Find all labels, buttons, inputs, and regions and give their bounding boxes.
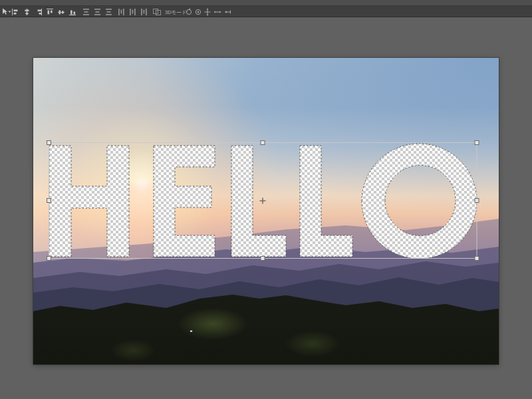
3d-slide-icon[interactable] bbox=[214, 11, 221, 13]
transform-handle-middle-left[interactable] bbox=[47, 199, 51, 203]
photoshop-window: Adobe Photoshop CC 2015 bbox=[0, 0, 532, 399]
document-canvas[interactable] bbox=[33, 58, 499, 364]
letter-h bbox=[49, 146, 129, 257]
3d-roll-icon[interactable] bbox=[196, 9, 200, 14]
distribute-right-edges-icon[interactable] bbox=[141, 9, 147, 15]
3d-zoom-icon[interactable] bbox=[225, 11, 231, 14]
align-right-edges-icon[interactable] bbox=[38, 9, 42, 15]
3d-mode-label: 3Dモード: bbox=[165, 9, 188, 15]
transform-handle-bottom-right[interactable] bbox=[475, 257, 479, 261]
letter-l1 bbox=[231, 146, 286, 257]
letter-l2 bbox=[300, 146, 352, 257]
titlebar: Adobe Photoshop CC 2015 bbox=[0, 0, 532, 6]
align-vertical-centers-icon[interactable] bbox=[58, 11, 65, 15]
transform-handle-top-right[interactable] bbox=[475, 141, 479, 145]
move-tool-icon[interactable] bbox=[3, 9, 11, 15]
distribute-left-edges-icon[interactable] bbox=[118, 9, 124, 15]
distribute-top-edges-icon[interactable] bbox=[83, 9, 89, 15]
transform-handle-bottom-left[interactable] bbox=[47, 257, 51, 261]
transform-handle-middle-right[interactable] bbox=[475, 199, 479, 203]
align-left-edges-icon[interactable] bbox=[13, 9, 18, 15]
transform-handle-top-left[interactable] bbox=[47, 141, 51, 145]
align-horizontal-centers-icon[interactable] bbox=[25, 9, 29, 15]
transform-handle-top-center[interactable] bbox=[261, 141, 265, 145]
auto-align-layers-icon[interactable] bbox=[154, 9, 161, 15]
distribute-vertical-centers-icon[interactable] bbox=[94, 9, 100, 15]
distribute-bottom-edges-icon[interactable] bbox=[106, 9, 112, 15]
letter-e bbox=[154, 146, 215, 257]
pasteboard bbox=[0, 18, 532, 399]
align-bottom-edges-icon[interactable] bbox=[69, 11, 76, 15]
align-top-edges-icon[interactable] bbox=[47, 9, 53, 15]
reference-point-icon[interactable] bbox=[260, 198, 266, 204]
distribute-horizontal-centers-icon[interactable] bbox=[130, 9, 136, 15]
transform-handle-bottom-center[interactable] bbox=[261, 257, 265, 261]
letter-o bbox=[362, 144, 477, 259]
options-bar: 3Dモード: bbox=[0, 6, 532, 17]
3d-pan-icon[interactable] bbox=[205, 8, 211, 16]
